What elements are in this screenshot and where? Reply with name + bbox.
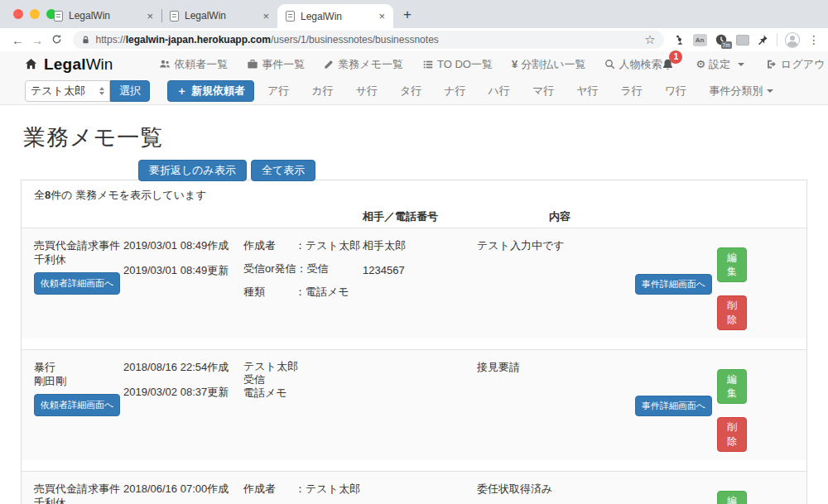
browser-tab-3-active[interactable]: LegalWin × xyxy=(277,4,393,28)
page-icon xyxy=(170,11,179,22)
reload-glyph xyxy=(51,34,62,45)
client-name: 剛田剛 xyxy=(34,374,123,388)
app-navbar: LegalWin 依頼者一覧 事件一覧 業務メモ一覧 TO DO一覧 ¥ 分割払… xyxy=(0,51,828,105)
detail-label: 作成者 xyxy=(243,482,295,496)
kana-link-ra[interactable]: ラ行 xyxy=(621,84,643,98)
memo-content: 接見要請 xyxy=(477,360,630,374)
kana-link-ya[interactable]: ヤ行 xyxy=(576,84,598,98)
client-name: 千利休 xyxy=(34,252,123,266)
detail-value: テスト太郎 xyxy=(306,482,360,495)
tab-title: LegalWin xyxy=(301,11,377,22)
edit-button[interactable]: 編集 xyxy=(717,491,747,504)
nav-business-notes[interactable]: 業務メモ一覧 xyxy=(324,57,403,72)
page-icon xyxy=(54,11,63,22)
extension-square-icon[interactable] xyxy=(736,35,749,46)
minimize-window-button[interactable] xyxy=(30,9,40,19)
forward-icon[interactable]: → xyxy=(27,33,46,47)
brand-bold: Legal xyxy=(44,55,86,74)
delete-button[interactable]: 削除 xyxy=(717,417,747,452)
kana-link-na[interactable]: ナ行 xyxy=(444,84,465,98)
nav-todo[interactable]: TO DO一覧 xyxy=(422,57,493,72)
browser-url-bar: ← → https://legalwin-japan.herokuapp.com… xyxy=(0,28,828,51)
table-row: 売買代金請求事件 千利休 依頼者詳細画面へ 2018/06/16 07:00作成… xyxy=(22,471,806,504)
client-name: 千利休 xyxy=(34,496,123,504)
notification-badge: 1 xyxy=(669,50,682,64)
kana-link-ta[interactable]: タ行 xyxy=(400,84,421,98)
extension-lamp-icon[interactable] xyxy=(674,34,686,46)
kana-link-wa[interactable]: ワ行 xyxy=(665,84,686,98)
client-select[interactable]: テスト太郎 xyxy=(25,80,110,102)
brand[interactable]: LegalWin xyxy=(25,55,113,74)
client-detail-button[interactable]: 依頼者詳細画面へ xyxy=(34,394,120,416)
briefcase-icon xyxy=(247,59,258,70)
close-tab-icon[interactable]: × xyxy=(377,10,387,22)
bookmark-star-icon[interactable]: ☆ xyxy=(644,32,655,47)
search-icon xyxy=(604,59,615,70)
detail-value: 受信 xyxy=(307,262,329,275)
url-path: /users/1/businessnotes/businessnotes xyxy=(271,34,439,46)
case-name: 売買代金請求事件 xyxy=(34,238,123,252)
nav-installments[interactable]: ¥ 分割払い一覧 xyxy=(512,57,586,72)
created-at: 2019/03/01 08:49作成 xyxy=(123,238,243,252)
close-window-button[interactable] xyxy=(13,9,23,19)
updated-at: 2019/03/01 08:49更新 xyxy=(123,263,243,277)
edit-button[interactable]: 編集 xyxy=(717,247,747,282)
nav-label: 分割払い一覧 xyxy=(521,57,585,72)
kana-link-ma[interactable]: マ行 xyxy=(532,84,554,98)
settings-dropdown[interactable]: ⚙ 設定 xyxy=(696,57,744,72)
case-name: 暴行 xyxy=(34,360,123,374)
kana-link-a[interactable]: ア行 xyxy=(267,84,289,98)
extension-timer-icon[interactable]: 7m xyxy=(715,33,729,47)
brand-rest: Win xyxy=(86,55,113,74)
detail-label: 受信or発信 xyxy=(243,262,296,276)
client-select-value: テスト太郎 xyxy=(31,84,99,98)
browser-menu-icon[interactable]: ⋮ xyxy=(808,33,820,46)
kana-link-ha[interactable]: ハ行 xyxy=(489,84,510,98)
logout-icon xyxy=(766,59,777,70)
address-bar[interactable]: https://legalwin-japan.herokuapp.com/use… xyxy=(73,31,664,49)
url-text: https://legalwin-japan.herokuapp.com/use… xyxy=(96,34,638,46)
delete-button[interactable]: 削除 xyxy=(717,295,747,330)
nav-cases[interactable]: 事件一覧 xyxy=(247,57,305,72)
browser-profile-avatar[interactable] xyxy=(785,32,800,48)
nav-person-search[interactable]: 人物検索 xyxy=(604,57,662,72)
pencil-icon xyxy=(324,59,335,70)
case-category-dropdown[interactable]: 事件分類別 xyxy=(709,84,773,98)
detail-value: 受信 xyxy=(243,373,265,386)
list-icon xyxy=(422,60,434,70)
client-detail-button[interactable]: 依頼者詳細画面へ xyxy=(34,272,120,295)
kana-link-sa[interactable]: サ行 xyxy=(356,84,378,98)
partner-name: 相手太郎 xyxy=(363,238,477,252)
tab-title: LegalWin xyxy=(69,10,145,22)
new-tab-button[interactable]: + xyxy=(403,7,412,23)
browser-tab-2[interactable]: LegalWin × xyxy=(161,3,277,28)
nav-clients[interactable]: 依頼者一覧 xyxy=(159,57,228,72)
result-summary: 全8件の 業務メモを表示しています xyxy=(22,180,806,203)
extension-an-icon[interactable]: An xyxy=(693,34,707,46)
nav-label: TO DO一覧 xyxy=(437,57,493,72)
caret-down-icon xyxy=(738,63,744,66)
case-detail-button[interactable]: 事件詳細画面へ xyxy=(635,396,712,416)
kana-link-ka[interactable]: カ行 xyxy=(311,84,333,98)
case-category-label: 事件分類別 xyxy=(709,84,763,98)
created-at: 2018/06/16 07:00作成 xyxy=(123,482,243,496)
back-icon[interactable]: ← xyxy=(8,33,27,47)
browser-tab-1[interactable]: LegalWin × xyxy=(46,3,161,28)
reload-icon[interactable] xyxy=(46,33,65,47)
page-title: 業務メモ一覧 xyxy=(23,122,807,152)
close-tab-icon[interactable]: × xyxy=(145,10,155,22)
filter-callback-only-button[interactable]: 要折返しのみ表示 xyxy=(138,160,247,181)
notifications-button[interactable]: 1 xyxy=(662,58,674,71)
new-client-button[interactable]: ＋新規依頼者 xyxy=(167,80,254,102)
edit-button[interactable]: 編集 xyxy=(717,369,747,404)
updated-at: 2019/03/02 08:37更新 xyxy=(123,385,243,399)
case-name: 売買代金請求事件 xyxy=(34,482,123,496)
logout-button[interactable]: ログアウト xyxy=(766,57,828,72)
case-detail-button[interactable]: 事件詳細画面へ xyxy=(635,274,712,295)
url-scheme: https:// xyxy=(96,34,126,46)
filter-show-all-button[interactable]: 全て表示 xyxy=(251,160,315,181)
plus-icon: ＋ xyxy=(176,84,187,98)
select-client-button[interactable]: 選択 xyxy=(110,80,150,102)
close-tab-icon[interactable]: × xyxy=(261,10,271,22)
extension-pin-icon[interactable] xyxy=(757,34,768,46)
